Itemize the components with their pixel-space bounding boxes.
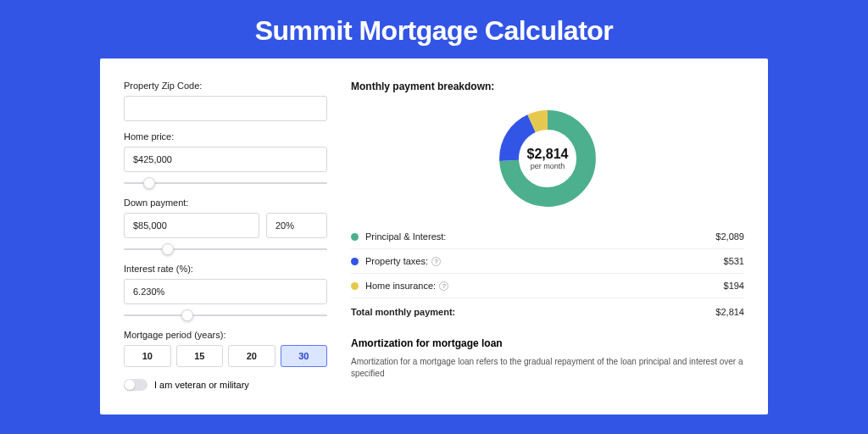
donut-center: $2,814 per month bbox=[497, 108, 598, 209]
legend-row-insurance: Home insurance: ? $194 bbox=[351, 274, 744, 298]
legend-label: Property taxes: ? bbox=[365, 256, 724, 266]
veteran-row: I am veteran or military bbox=[124, 379, 327, 391]
legend-row-total: Total monthly payment: $2,814 bbox=[351, 298, 744, 324]
mortgage-period-label: Mortgage period (years): bbox=[124, 330, 327, 340]
down-payment-slider[interactable] bbox=[124, 248, 327, 250]
interest-rate-label: Interest rate (%): bbox=[124, 264, 327, 274]
amortization-text: Amortization for a mortgage loan refers … bbox=[351, 356, 744, 380]
donut-amount: $2,814 bbox=[527, 147, 569, 162]
interest-rate-field: Interest rate (%): bbox=[124, 264, 327, 320]
dot-icon bbox=[351, 233, 359, 241]
donut-chart-wrap: $2,814 per month bbox=[351, 101, 744, 225]
legend-value: $194 bbox=[724, 281, 744, 291]
calculator-panel: Property Zip Code: Home price: Down paym… bbox=[100, 58, 768, 415]
zip-input[interactable] bbox=[124, 96, 327, 121]
period-option-10[interactable]: 10 bbox=[124, 345, 171, 367]
total-value: $2,814 bbox=[715, 307, 744, 317]
legend-label: Principal & Interest: bbox=[365, 231, 715, 242]
interest-rate-slider[interactable] bbox=[124, 314, 327, 316]
legend-row-taxes: Property taxes: ? $531 bbox=[351, 249, 744, 274]
legend-value: $2,089 bbox=[715, 231, 744, 242]
veteran-toggle[interactable] bbox=[124, 379, 147, 391]
home-price-slider[interactable] bbox=[124, 182, 327, 184]
dot-icon bbox=[351, 282, 359, 290]
page-title: Summit Mortgage Calculator bbox=[0, 0, 868, 58]
legend-row-principal: Principal & Interest: $2,089 bbox=[351, 225, 744, 249]
home-price-field: Home price: bbox=[124, 131, 327, 187]
help-icon[interactable]: ? bbox=[439, 281, 448, 291]
legend-value: $531 bbox=[724, 256, 744, 266]
down-payment-field: Down payment: bbox=[124, 198, 327, 253]
donut-chart: $2,814 per month bbox=[497, 108, 598, 209]
zip-label: Property Zip Code: bbox=[124, 81, 327, 91]
dot-icon bbox=[351, 258, 359, 265]
help-icon[interactable]: ? bbox=[431, 257, 441, 266]
legend-label-text: Property taxes: bbox=[365, 256, 428, 266]
period-option-15[interactable]: 15 bbox=[176, 345, 224, 367]
home-price-input[interactable] bbox=[124, 147, 327, 172]
mortgage-period-field: Mortgage period (years): 10 15 20 30 bbox=[124, 330, 327, 367]
period-option-30[interactable]: 30 bbox=[281, 345, 328, 367]
down-payment-label: Down payment: bbox=[124, 198, 327, 208]
veteran-label: I am veteran or military bbox=[154, 380, 249, 390]
home-price-label: Home price: bbox=[124, 131, 327, 142]
amortization-title: Amortization for mortgage loan bbox=[351, 337, 744, 349]
zip-field: Property Zip Code: bbox=[124, 81, 327, 121]
breakdown-title: Monthly payment breakdown: bbox=[351, 81, 744, 92]
period-option-20[interactable]: 20 bbox=[228, 345, 275, 367]
down-payment-amount-input[interactable] bbox=[124, 213, 259, 238]
mortgage-period-options: 10 15 20 30 bbox=[124, 345, 327, 367]
total-label: Total monthly payment: bbox=[351, 307, 715, 317]
down-payment-percent-input[interactable] bbox=[266, 213, 327, 238]
form-column: Property Zip Code: Home price: Down paym… bbox=[124, 81, 327, 398]
legend-label-text: Home insurance: bbox=[365, 281, 436, 291]
donut-sublabel: per month bbox=[531, 162, 565, 170]
breakdown-column: Monthly payment breakdown: $2,814 per mo… bbox=[351, 81, 744, 398]
legend-label: Home insurance: ? bbox=[365, 281, 724, 291]
interest-rate-input[interactable] bbox=[124, 279, 327, 304]
